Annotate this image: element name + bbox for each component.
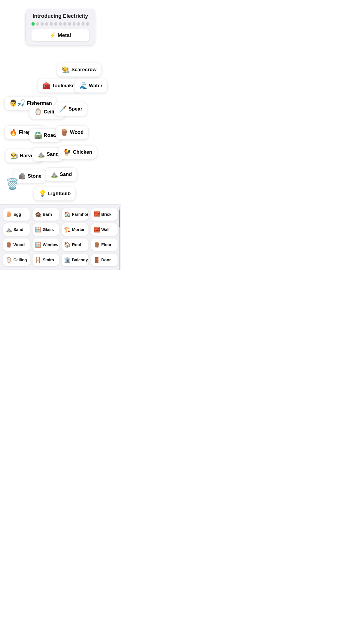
shelf-label-2-1: Window <box>43 242 59 247</box>
shelf-emoji-3-1: 🪜 <box>35 257 41 263</box>
shelf-emoji-2-2: 🏠 <box>64 242 71 248</box>
shelf-card-1-2[interactable]: 🏗️Mortar <box>61 223 89 236</box>
shelf-label-2-0: Wood <box>13 242 25 247</box>
shelf-label-1-0: Sand <box>13 227 23 232</box>
lightbulb-label: Lightbulb <box>48 191 71 197</box>
harvest-emoji: 👨‍🌾 <box>10 152 18 160</box>
progress-dot-11 <box>82 22 85 26</box>
ceiling-emoji: 🪞 <box>34 108 42 116</box>
shelf-card-1-1[interactable]: 🪟Glass <box>32 223 59 236</box>
water-emoji: 🌊 <box>79 82 87 90</box>
bottom-shelf-wrapper: 🥚Egg🏚️Barn🏠Farmhouse🧱Brick⛰️Sand🪟Glass🏗️… <box>0 204 121 270</box>
scrollbar[interactable] <box>118 207 120 270</box>
progress-dot-7 <box>63 22 66 26</box>
scarecrow-label: Scarecrow <box>71 67 96 73</box>
progress-dot-9 <box>73 22 76 26</box>
card-lightbulb[interactable]: 💡Lightbulb <box>34 187 75 201</box>
progress-dot-5 <box>54 22 57 26</box>
toolmaker-label: Toolmaker <box>52 83 77 89</box>
shelf-card-0-2[interactable]: 🏠Farmhouse <box>61 208 89 221</box>
card-sand2[interactable]: ⛰️Sand <box>45 167 77 181</box>
sand1-label: Sand <box>47 151 59 157</box>
scrollbar-track <box>119 207 120 270</box>
shelf-label-3-0: Ceiling <box>13 258 27 262</box>
shelf-card-0-0[interactable]: 🥚Egg <box>3 208 30 221</box>
shelf-card-0-1[interactable]: 🏚️Barn <box>32 208 59 221</box>
progress-dot-12 <box>86 22 89 26</box>
shelf-label-2-3: Floor <box>101 242 112 247</box>
shelf-emoji-3-3: 🚪 <box>94 257 100 263</box>
shelf-emoji-2-3: 🪵 <box>94 242 100 248</box>
fireplace-emoji: 🔥 <box>9 129 17 136</box>
metal-button[interactable]: ⚡ Metal <box>31 29 89 41</box>
bottom-shelf: 🥚Egg🏚️Barn🏠Farmhouse🧱Brick⛰️Sand🪟Glass🏗️… <box>0 204 121 270</box>
header-card: Introducing Electricity ⚡ Metal <box>25 9 95 46</box>
card-scarecrow[interactable]: 🧑‍🌾Scarecrow <box>57 63 101 77</box>
road-emoji: 🛣️ <box>34 132 42 139</box>
shelf-card-2-1[interactable]: 🪟Window <box>32 238 59 251</box>
trash-icon[interactable]: 🗑️ <box>6 178 19 190</box>
road-label: Road <box>44 132 56 138</box>
stone-emoji: 🪨 <box>18 172 26 180</box>
scarecrow-emoji: 🧑‍🌾 <box>62 66 70 74</box>
shelf-emoji-2-0: 🪵 <box>6 242 12 248</box>
shelf-label-1-2: Mortar <box>72 227 85 232</box>
stone-label: Stone <box>28 173 41 179</box>
main-canvas: Introducing Electricity ⚡ Metal 🧑‍🌾Scare… <box>0 0 121 204</box>
shelf-label-0-2: Farmhouse <box>72 212 89 217</box>
card-chicken[interactable]: 🐓Chicken <box>58 145 97 159</box>
shelf-card-1-0[interactable]: ⛰️Sand <box>3 223 30 236</box>
spear-label: Spear <box>68 106 82 112</box>
water-label: Water <box>89 83 103 89</box>
sand1-emoji: ⛰️ <box>37 150 45 158</box>
shelf-label-0-1: Barn <box>43 212 52 217</box>
shelf-card-1-3[interactable]: 🧱Wall <box>91 223 118 236</box>
progress-dot-0 <box>31 22 35 26</box>
lightbulb-emoji: 💡 <box>38 190 46 197</box>
shelf-emoji-1-0: ⛰️ <box>6 226 12 233</box>
header-title: Introducing Electricity <box>31 13 89 19</box>
progress-dot-8 <box>68 22 71 26</box>
shelf-label-1-1: Glass <box>43 227 54 232</box>
shelf-label-3-3: Door <box>101 258 111 262</box>
shelf-card-2-3[interactable]: 🪵Floor <box>91 238 118 251</box>
shelf-label-3-1: Stairs <box>43 258 54 262</box>
progress-dot-10 <box>77 22 80 26</box>
shelf-emoji-0-3: 🧱 <box>94 211 100 218</box>
chicken-label: Chicken <box>73 149 92 155</box>
shelf-card-2-2[interactable]: 🏠Roof <box>61 238 89 251</box>
card-wood[interactable]: 🪵Wood <box>55 125 89 139</box>
shelf-card-2-0[interactable]: 🪵Wood <box>3 238 30 251</box>
wood-label: Wood <box>70 130 84 135</box>
shelf-emoji-2-1: 🪟 <box>35 242 41 248</box>
shelf-emoji-1-1: 🪟 <box>35 226 41 233</box>
card-water[interactable]: 🌊Water <box>74 79 108 93</box>
progress-dot-3 <box>45 22 48 26</box>
card-spear[interactable]: 🗡️Spear <box>54 102 87 116</box>
scrollbar-thumb[interactable] <box>119 210 120 228</box>
metal-label: Metal <box>58 32 71 38</box>
chicken-emoji: 🐓 <box>63 148 71 156</box>
shelf-emoji-0-2: 🏠 <box>64 211 71 218</box>
metal-emoji: ⚡ <box>50 32 56 38</box>
toolmaker-emoji: 🧰 <box>42 82 50 90</box>
shelf-emoji-1-2: 🏗️ <box>64 226 71 233</box>
shelf-label-2-2: Roof <box>72 242 81 247</box>
fisherman-emoji: 👨‍🎣 <box>9 99 25 107</box>
progress-dot-4 <box>50 22 53 26</box>
shelf-emoji-3-0: 🪞 <box>6 257 12 263</box>
shelf-card-0-3[interactable]: 🧱Brick <box>91 208 118 221</box>
shelf-card-3-1[interactable]: 🪜Stairs <box>32 253 59 266</box>
shelf-card-3-0[interactable]: 🪞Ceiling <box>3 253 30 266</box>
shelf-emoji-1-3: 🧱 <box>94 226 100 233</box>
sand2-emoji: ⛰️ <box>50 171 58 178</box>
shelf-grid: 🥚Egg🏚️Barn🏠Farmhouse🧱Brick⛰️Sand🪟Glass🏗️… <box>3 208 118 266</box>
wood-emoji: 🪵 <box>60 129 68 136</box>
progress-dot-6 <box>59 22 62 26</box>
shelf-label-3-2: Balcony <box>72 258 88 262</box>
shelf-card-3-3[interactable]: 🚪Door <box>91 253 118 266</box>
progress-dot-2 <box>41 22 44 26</box>
shelf-card-3-2[interactable]: 🏛️Balcony <box>61 253 89 266</box>
shelf-label-0-3: Brick <box>101 212 112 217</box>
sand2-label: Sand <box>60 172 72 177</box>
